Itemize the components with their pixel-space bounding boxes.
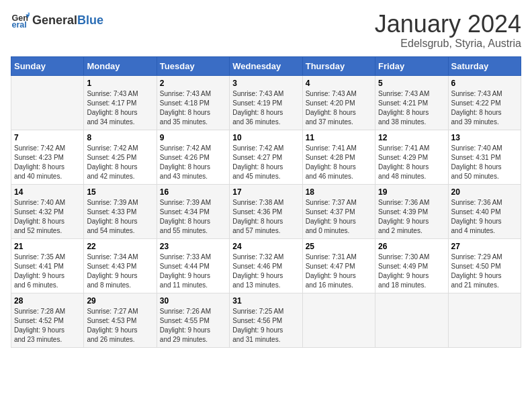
cell-content: Sunrise: 7:41 AMSunset: 4:28 PMDaylight:… xyxy=(306,144,372,181)
cell-line: Daylight: 8 hours xyxy=(87,163,137,171)
cell-line: Daylight: 9 hours xyxy=(232,272,283,279)
calendar-cell: 14Sunrise: 7:40 AMSunset: 4:32 PMDayligh… xyxy=(11,184,84,238)
calendar-cell: 30Sunrise: 7:26 AMSunset: 4:55 PMDayligh… xyxy=(157,293,229,347)
day-number: 11 xyxy=(306,133,372,142)
cell-line: Sunrise: 7:27 AM xyxy=(87,308,138,315)
cell-line: Sunrise: 7:30 AM xyxy=(378,253,429,261)
calendar-cell: 27Sunrise: 7:29 AMSunset: 4:50 PMDayligh… xyxy=(448,238,521,293)
cell-line: Sunset: 4:33 PM xyxy=(87,208,136,216)
calendar-table: SundayMondayTuesdayWednesdayThursdayFrid… xyxy=(11,56,521,348)
cell-content: Sunrise: 7:28 AMSunset: 4:52 PMDaylight:… xyxy=(14,307,81,345)
calendar-cell: 19Sunrise: 7:36 AMSunset: 4:39 PMDayligh… xyxy=(375,184,448,238)
cell-line: Daylight: 9 hours xyxy=(451,272,502,279)
cell-content: Sunrise: 7:43 AMSunset: 4:20 PMDaylight:… xyxy=(306,89,372,127)
cell-line: Daylight: 9 hours xyxy=(87,272,137,279)
calendar-header-row: SundayMondayTuesdayWednesdayThursdayFrid… xyxy=(11,56,521,75)
day-number: 7 xyxy=(14,133,81,142)
cell-line: Sunrise: 7:35 AM xyxy=(14,253,65,261)
calendar-cell xyxy=(448,293,521,347)
cell-line: Sunrise: 7:39 AM xyxy=(160,199,211,206)
cell-line: and 46 minutes. xyxy=(306,173,353,180)
cell-line: Sunset: 4:44 PM xyxy=(160,263,210,270)
calendar-cell: 23Sunrise: 7:33 AMSunset: 4:44 PMDayligh… xyxy=(157,238,229,293)
cell-line: and 45 minutes. xyxy=(232,173,280,180)
cell-line: Daylight: 8 hours xyxy=(451,163,502,171)
calendar-cell: 4Sunrise: 7:43 AMSunset: 4:20 PMDaylight… xyxy=(302,75,375,130)
cell-line: Sunrise: 7:29 AM xyxy=(451,253,502,261)
cell-line: Sunrise: 7:32 AM xyxy=(232,253,283,261)
calendar-cell: 29Sunrise: 7:27 AMSunset: 4:53 PMDayligh… xyxy=(84,293,157,347)
cell-line: Sunset: 4:47 PM xyxy=(306,263,355,270)
cell-content: Sunrise: 7:42 AMSunset: 4:26 PMDaylight:… xyxy=(160,144,226,181)
cell-content: Sunrise: 7:29 AMSunset: 4:50 PMDaylight:… xyxy=(451,253,518,290)
day-number: 19 xyxy=(378,187,445,197)
day-number: 9 xyxy=(160,133,226,142)
day-number: 15 xyxy=(87,187,153,197)
calendar-cell: 6Sunrise: 7:43 AMSunset: 4:22 PMDaylight… xyxy=(448,75,521,130)
day-number: 12 xyxy=(378,133,445,142)
day-number: 30 xyxy=(160,296,226,306)
cell-line: and 52 minutes. xyxy=(14,227,62,234)
calendar-cell xyxy=(11,75,84,130)
cell-line: Sunset: 4:19 PM xyxy=(232,99,282,107)
day-number: 13 xyxy=(451,133,518,142)
cell-line: Daylight: 8 hours xyxy=(14,218,64,225)
calendar-cell: 26Sunrise: 7:30 AMSunset: 4:49 PMDayligh… xyxy=(375,238,448,293)
cell-line: and 35 minutes. xyxy=(160,118,208,126)
cell-line: Sunrise: 7:43 AM xyxy=(232,90,283,97)
cell-line: Daylight: 8 hours xyxy=(87,109,137,116)
day-number: 17 xyxy=(232,187,299,197)
cell-line: Sunset: 4:25 PM xyxy=(87,154,136,161)
calendar-cell: 25Sunrise: 7:31 AMSunset: 4:47 PMDayligh… xyxy=(302,238,375,293)
day-number: 10 xyxy=(232,133,299,142)
cell-line: Daylight: 9 hours xyxy=(87,326,137,334)
calendar-cell: 18Sunrise: 7:37 AMSunset: 4:37 PMDayligh… xyxy=(302,184,375,238)
cell-line: and 54 minutes. xyxy=(87,227,134,234)
cell-line: and 40 minutes. xyxy=(14,173,62,180)
cell-line: Sunset: 4:50 PM xyxy=(451,263,501,270)
cell-line: and 18 minutes. xyxy=(378,281,426,289)
cell-line: and 38 minutes. xyxy=(378,118,426,126)
cell-line: Sunset: 4:31 PM xyxy=(451,154,501,161)
cell-line: Sunrise: 7:40 AM xyxy=(14,199,65,206)
cell-line: Sunset: 4:56 PM xyxy=(232,317,282,324)
cell-content: Sunrise: 7:40 AMSunset: 4:31 PMDaylight:… xyxy=(451,144,518,181)
cell-line: Sunrise: 7:42 AM xyxy=(87,144,138,152)
cell-line: Daylight: 8 hours xyxy=(160,218,210,225)
cell-content: Sunrise: 7:25 AMSunset: 4:56 PMDaylight:… xyxy=(232,307,299,345)
calendar-cell: 10Sunrise: 7:42 AMSunset: 4:27 PMDayligh… xyxy=(230,130,302,184)
cell-line: and 43 minutes. xyxy=(160,173,208,180)
calendar-cell: 22Sunrise: 7:34 AMSunset: 4:43 PMDayligh… xyxy=(84,238,157,293)
column-header-sunday: Sunday xyxy=(11,56,84,75)
day-number: 25 xyxy=(306,242,372,251)
cell-content: Sunrise: 7:37 AMSunset: 4:37 PMDaylight:… xyxy=(306,198,372,236)
calendar-body: 1Sunrise: 7:43 AMSunset: 4:17 PMDaylight… xyxy=(11,75,521,347)
cell-line: Sunset: 4:17 PM xyxy=(87,99,136,107)
day-number: 1 xyxy=(87,79,153,88)
calendar-cell: 2Sunrise: 7:43 AMSunset: 4:18 PMDaylight… xyxy=(157,75,229,130)
cell-line: Sunset: 4:36 PM xyxy=(232,208,282,216)
column-header-monday: Monday xyxy=(84,56,157,75)
logo: Gen eral GeneralBlue xyxy=(11,11,103,30)
cell-line: Sunrise: 7:42 AM xyxy=(232,144,283,152)
calendar-cell xyxy=(302,293,375,347)
calendar-cell: 1Sunrise: 7:43 AMSunset: 4:17 PMDaylight… xyxy=(84,75,157,130)
cell-line: and 0 minutes. xyxy=(306,227,350,234)
cell-line: Daylight: 9 hours xyxy=(160,272,210,279)
cell-line: Sunrise: 7:38 AM xyxy=(232,199,283,206)
calendar-cell: 31Sunrise: 7:25 AMSunset: 4:56 PMDayligh… xyxy=(230,293,302,347)
week-row-5: 28Sunrise: 7:28 AMSunset: 4:52 PMDayligh… xyxy=(11,293,521,347)
calendar-cell: 16Sunrise: 7:39 AMSunset: 4:34 PMDayligh… xyxy=(157,184,229,238)
logo-text-general: General xyxy=(32,13,77,28)
cell-line: and 2 minutes. xyxy=(378,227,423,234)
day-number: 26 xyxy=(378,242,445,251)
cell-line: and 31 minutes. xyxy=(232,336,280,343)
day-number: 28 xyxy=(14,296,81,306)
day-number: 23 xyxy=(160,242,226,251)
column-header-friday: Friday xyxy=(375,56,448,75)
cell-line: and 23 minutes. xyxy=(14,336,62,343)
cell-content: Sunrise: 7:39 AMSunset: 4:34 PMDaylight:… xyxy=(160,198,226,236)
cell-line: Daylight: 8 hours xyxy=(306,109,356,116)
calendar-cell: 15Sunrise: 7:39 AMSunset: 4:33 PMDayligh… xyxy=(84,184,157,238)
calendar-cell: 17Sunrise: 7:38 AMSunset: 4:36 PMDayligh… xyxy=(230,184,302,238)
